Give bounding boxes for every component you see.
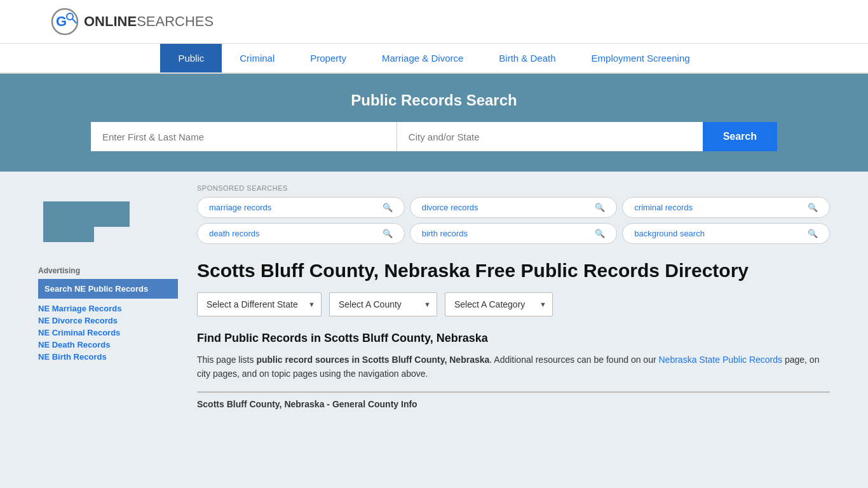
header: G ONLINESEARCHES bbox=[0, 0, 868, 44]
search-icon-5: 🔍 bbox=[595, 229, 605, 238]
find-title: Find Public Records in Scotts Bluff Coun… bbox=[197, 332, 830, 345]
advertising-label: Advertising bbox=[38, 266, 178, 275]
sidebar-link-marriage[interactable]: NE Marriage Records bbox=[38, 304, 178, 313]
nav-public[interactable]: Public bbox=[160, 44, 222, 72]
pill-background-search[interactable]: background search 🔍 bbox=[622, 223, 830, 244]
logo[interactable]: G ONLINESEARCHES bbox=[51, 8, 214, 36]
content-area: SPONSORED SEARCHES marriage records 🔍 di… bbox=[178, 172, 830, 433]
pill-divorce-records[interactable]: divorce records 🔍 bbox=[410, 197, 618, 218]
sidebar: Advertising Search NE Public Records NE … bbox=[38, 172, 178, 433]
search-icon-4: 🔍 bbox=[383, 229, 393, 238]
svg-line-3 bbox=[72, 19, 76, 23]
nav-criminal[interactable]: Criminal bbox=[222, 44, 292, 72]
county-dropdown-wrap: Select A County bbox=[329, 292, 437, 316]
pill-birth-records[interactable]: birth records 🔍 bbox=[410, 223, 618, 244]
pill-marriage-records[interactable]: marriage records 🔍 bbox=[197, 197, 405, 218]
main-content: Advertising Search NE Public Records NE … bbox=[0, 172, 868, 433]
pill-death-records[interactable]: death records 🔍 bbox=[197, 223, 405, 244]
nav-property[interactable]: Property bbox=[292, 44, 364, 72]
sponsored-label: SPONSORED SEARCHES bbox=[197, 184, 830, 192]
location-input[interactable] bbox=[397, 122, 703, 151]
category-dropdown[interactable]: Select A Category bbox=[445, 292, 553, 316]
general-info-title: Scotts Bluff County, Nebraska - General … bbox=[197, 399, 830, 409]
sidebar-link-birth[interactable]: NE Birth Records bbox=[38, 352, 178, 362]
state-map bbox=[38, 184, 140, 254]
nav-marriage-divorce[interactable]: Marriage & Divorce bbox=[364, 44, 481, 72]
search-pills: marriage records 🔍 divorce records 🔍 cri… bbox=[197, 197, 830, 244]
nav-birth-death[interactable]: Birth & Death bbox=[481, 44, 573, 72]
page-title: Scotts Bluff County, Nebraska Free Publi… bbox=[197, 259, 830, 282]
search-icon-3: 🔍 bbox=[808, 203, 818, 212]
county-dropdown[interactable]: Select A County bbox=[329, 292, 437, 316]
dropdowns: Select a Different State Select A County… bbox=[197, 292, 830, 316]
state-dropdown-wrap: Select a Different State bbox=[197, 292, 322, 316]
sidebar-link-divorce[interactable]: NE Divorce Records bbox=[38, 316, 178, 325]
ad-block[interactable]: Search NE Public Records bbox=[38, 279, 178, 299]
state-dropdown[interactable]: Select a Different State bbox=[197, 292, 322, 316]
nebraska-link[interactable]: Nebraska State Public Records bbox=[659, 355, 783, 365]
name-input[interactable] bbox=[91, 122, 397, 151]
search-button[interactable]: Search bbox=[703, 122, 777, 151]
find-bold: public record sources in Scotts Bluff Co… bbox=[256, 355, 489, 365]
sidebar-link-criminal[interactable]: NE Criminal Records bbox=[38, 328, 178, 337]
page-title-area: Scotts Bluff County, Nebraska Free Publi… bbox=[197, 259, 830, 409]
main-nav: Public Criminal Property Marriage & Divo… bbox=[0, 44, 868, 74]
general-info-bar: Scotts Bluff County, Nebraska - General … bbox=[197, 391, 830, 409]
hero-title: Public Records Search bbox=[51, 92, 817, 109]
logo-icon: G bbox=[51, 8, 79, 36]
category-dropdown-wrap: Select A Category bbox=[445, 292, 553, 316]
svg-marker-4 bbox=[43, 201, 130, 242]
hero-banner: Public Records Search Search bbox=[0, 74, 868, 172]
search-icon-6: 🔍 bbox=[808, 229, 818, 238]
find-description: This page lists public record sources in… bbox=[197, 353, 830, 381]
svg-text:G: G bbox=[56, 13, 67, 29]
search-form: Search bbox=[91, 122, 777, 151]
sidebar-link-death[interactable]: NE Death Records bbox=[38, 340, 178, 349]
search-icon-2: 🔍 bbox=[595, 203, 605, 212]
search-icon-1: 🔍 bbox=[383, 203, 393, 212]
logo-text: ONLINESEARCHES bbox=[84, 13, 214, 30]
nav-employment[interactable]: Employment Screening bbox=[574, 44, 708, 72]
pill-criminal-records[interactable]: criminal records 🔍 bbox=[622, 197, 830, 218]
